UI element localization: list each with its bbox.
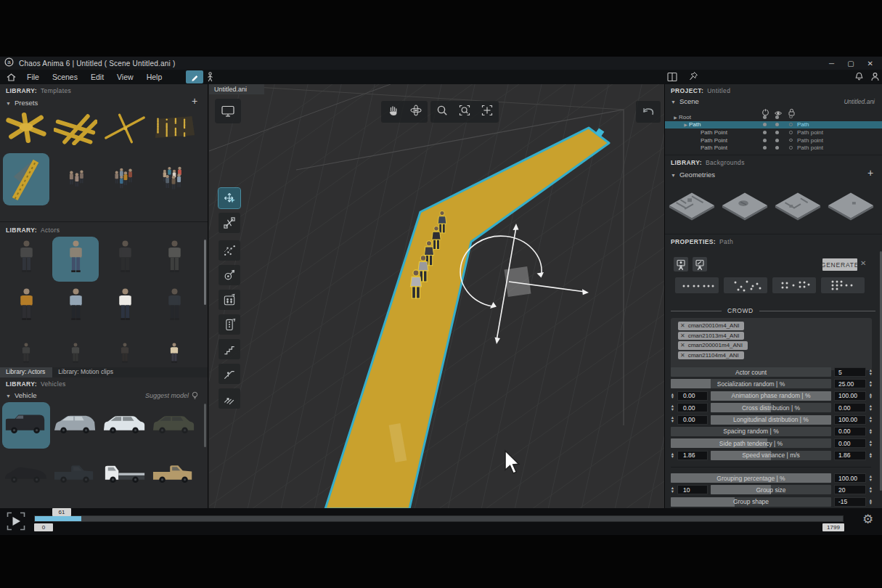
crowd-item[interactable]: ✕cman200001m4_ANI <box>678 341 748 350</box>
zoom-icon[interactable] <box>436 104 449 120</box>
preset-thumbnail[interactable] <box>101 107 149 148</box>
param-left-value[interactable]: 0.00 <box>677 403 708 412</box>
param-slider[interactable]: Group shape <box>671 497 831 507</box>
home-icon[interactable] <box>6 72 17 82</box>
menu-view[interactable]: View <box>117 73 134 81</box>
remove-item-icon[interactable]: ✕ <box>680 322 685 329</box>
param-slider[interactable]: Group size <box>711 485 831 494</box>
minimize-button[interactable]: ─ <box>829 60 834 68</box>
camera-view-button[interactable] <box>215 99 241 123</box>
param-slider[interactable]: Actor count <box>671 367 831 377</box>
menu-edit[interactable]: Edit <box>91 73 104 81</box>
remove-item-icon[interactable]: ✕ <box>680 352 685 359</box>
preset-thumbnail[interactable] <box>102 153 148 205</box>
distribution-pattern-button[interactable] <box>772 277 816 293</box>
lock-dot[interactable] <box>789 115 793 119</box>
viewport-tab[interactable]: Untitled.ani <box>209 84 264 94</box>
tab-library-actors[interactable]: Library: Actors <box>0 367 52 377</box>
lock-dot[interactable] <box>789 131 793 134</box>
preset-thumbnail[interactable] <box>151 153 197 205</box>
value-stepper[interactable]: ▴▾ <box>669 393 676 399</box>
param-right-value[interactable]: 0.00 <box>834 438 866 448</box>
geometry-thumbnail[interactable] <box>719 183 770 228</box>
distribution-pattern-button[interactable] <box>821 277 865 293</box>
target-tool[interactable] <box>219 265 240 285</box>
param-right-value[interactable]: 25.00 <box>834 379 866 388</box>
value-stepper[interactable]: ▴▾ <box>867 416 874 422</box>
panel-layout-icon[interactable] <box>666 71 678 86</box>
suggest-model-link[interactable]: Suggest model <box>145 392 189 399</box>
visible-dot[interactable] <box>775 146 779 150</box>
param-slider[interactable]: Longitudinal distribution | % <box>711 415 831 425</box>
param-right-value[interactable]: 0.00 <box>834 427 866 436</box>
path-tool[interactable] <box>219 213 240 233</box>
param-right-value[interactable]: 100.00 <box>834 391 866 401</box>
param-slider[interactable]: Side path tendency | % <box>671 438 831 448</box>
lock-dot[interactable] <box>789 146 793 150</box>
actors-tool[interactable] <box>219 290 240 310</box>
enabled-dot[interactable] <box>763 123 767 126</box>
tree-row-path-point[interactable]: Path PointPath point <box>665 128 882 136</box>
param-right-value[interactable]: 100.00 <box>834 473 866 483</box>
param-left-value[interactable]: 10 <box>677 485 708 494</box>
scatter-tool[interactable] <box>219 240 240 261</box>
zoom-region-icon[interactable] <box>458 104 471 120</box>
remove-item-icon[interactable]: ✕ <box>680 342 685 348</box>
geometry-thumbnail[interactable] <box>666 183 717 228</box>
undo-icon[interactable] <box>636 101 661 123</box>
param-right-value[interactable]: 20 <box>834 485 866 494</box>
scene-section-header[interactable]: ▼Scene <box>671 97 699 105</box>
vehicle-thumbnail[interactable] <box>101 452 149 498</box>
edit-mode-button[interactable] <box>186 70 203 83</box>
start-frame-badge[interactable]: 0 <box>34 523 53 531</box>
generate-button[interactable]: GENERATE <box>822 258 857 271</box>
add-geometry-button[interactable]: + <box>867 169 873 176</box>
vehicle-thumbnail[interactable] <box>101 402 149 449</box>
generate-close-icon[interactable]: ✕ <box>860 259 866 267</box>
settings-gear-icon[interactable]: ⚙ <box>862 512 873 527</box>
end-frame-badge[interactable]: 1799 <box>822 523 844 531</box>
lock-dot[interactable] <box>789 123 793 126</box>
param-slider[interactable]: Animation phase random | % <box>711 391 831 401</box>
value-stepper[interactable]: ▴▾ <box>669 452 676 459</box>
enabled-dot[interactable] <box>763 115 767 119</box>
param-slider[interactable]: Speed variance | m/s <box>711 451 831 460</box>
actor-thumbnail[interactable] <box>102 285 148 330</box>
distribution-pattern-button[interactable] <box>724 277 767 293</box>
menu-scenes[interactable]: Scenes <box>52 73 78 81</box>
param-right-value[interactable]: 0.00 <box>834 403 866 412</box>
tree-row-path-point[interactable]: Path PointPath point <box>665 144 882 152</box>
stairs-tool[interactable] <box>219 339 240 359</box>
actor-thumbnail[interactable] <box>3 285 49 330</box>
vehicle-thumbnail[interactable] <box>2 452 50 498</box>
value-stepper[interactable]: ▴▾ <box>669 486 676 493</box>
param-slider[interactable]: Grouping percentage | % <box>671 473 831 483</box>
visible-dot[interactable] <box>775 131 779 134</box>
pin-icon[interactable] <box>687 71 698 85</box>
param-right-value[interactable]: 100.00 <box>834 415 866 425</box>
single-actor-mode-button[interactable] <box>693 257 707 271</box>
value-stepper[interactable]: ▴▾ <box>867 380 874 387</box>
actor-thumbnail[interactable] <box>151 285 197 330</box>
param-right-value[interactable]: 5 <box>834 367 866 377</box>
visible-dot[interactable] <box>775 123 779 126</box>
tree-row-path[interactable]: ▶PathPath <box>665 121 882 129</box>
actor-thumbnail[interactable] <box>151 237 197 282</box>
preset-thumbnail[interactable] <box>150 107 198 148</box>
value-stepper[interactable]: ▴▾ <box>669 416 676 422</box>
close-button[interactable]: ✕ <box>867 60 873 68</box>
vehicle-thumbnail-selected[interactable] <box>2 402 50 449</box>
vehicle-thumbnail[interactable] <box>150 452 198 498</box>
remove-item-icon[interactable]: ✕ <box>680 332 685 339</box>
select-tool[interactable] <box>219 188 240 208</box>
tab-library-motion-clips[interactable]: Library: Motion clips <box>52 367 121 377</box>
presets-section-header[interactable]: ▼Presets <box>6 99 38 107</box>
param-right-value[interactable]: 1.86 <box>834 451 866 460</box>
escalator-tool[interactable] <box>219 364 240 384</box>
crowd-item[interactable]: ✕cman21013m4_ANI <box>678 332 744 340</box>
visible-dot[interactable] <box>775 139 779 142</box>
actors-scrollbar[interactable] <box>204 240 206 305</box>
enabled-dot[interactable] <box>763 139 767 142</box>
value-stepper[interactable]: ▴▾ <box>867 393 874 399</box>
orbit-icon[interactable] <box>409 104 422 120</box>
